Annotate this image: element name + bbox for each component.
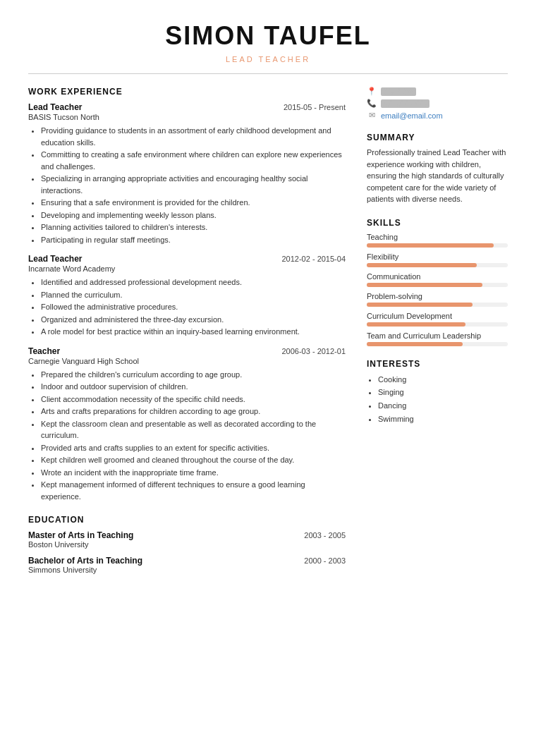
skill-bar-bg xyxy=(367,303,508,307)
job-title-3: Teacher xyxy=(28,346,60,356)
job-dates-2: 2012-02 - 2015-04 xyxy=(281,255,346,263)
edu-block-1: Master of Arts in Teaching 2003 - 2005 B… xyxy=(28,530,346,549)
job-title-1: Lead Teacher xyxy=(28,102,82,112)
candidate-title: LEAD TEACHER xyxy=(28,55,508,63)
skill-bar-fill xyxy=(367,322,465,327)
work-experience-title: WORK EXPERIENCE xyxy=(28,87,346,97)
contact-email: ✉ email@email.com xyxy=(367,111,508,120)
email-link[interactable]: email@email.com xyxy=(381,111,443,120)
email-icon: ✉ xyxy=(367,111,377,120)
bullet-item: Specializing in arranging appropriate ac… xyxy=(41,173,346,196)
bullet-item: Arts and crafts preparations for childre… xyxy=(41,406,346,417)
bullet-item: Organized and administered the three-day… xyxy=(41,314,346,326)
job-company-3: Carnegie Vanguard High School xyxy=(28,357,346,365)
bullet-item: Client accommodation necessity of the sp… xyxy=(41,394,346,406)
location-icon: 📍 xyxy=(367,87,377,96)
bullet-item: Kept the classroom clean and presentable… xyxy=(41,418,346,441)
interest-item: Dancing xyxy=(378,399,508,413)
bullet-item: Kept management informed of different te… xyxy=(41,479,346,502)
bullet-item: Indoor and outdoor supervision of childr… xyxy=(41,381,346,393)
job-dates-3: 2006-03 - 2012-01 xyxy=(281,347,346,355)
bullet-item: Provided arts and crafts supplies to an … xyxy=(41,442,346,454)
phone-icon: 📞 xyxy=(367,99,377,108)
job-bullets-3: Prepared the children's curriculum accor… xyxy=(28,369,346,503)
bullet-item: Developing and implementing weekly lesso… xyxy=(41,209,346,221)
skill-name: Communication xyxy=(367,272,508,281)
job-bullets-1: Providing guidance to students in an ass… xyxy=(28,125,346,245)
bullet-item: Participating in regular staff meetings. xyxy=(41,234,346,246)
bullet-item: Committing to creating a safe environmen… xyxy=(41,149,346,172)
job-header-1: Lead Teacher 2015-05 - Present xyxy=(28,102,346,112)
edu-dates-2: 2000 - 2003 xyxy=(304,556,346,565)
edu-degree-1: Master of Arts in Teaching xyxy=(28,530,133,540)
bullet-item: Identified and addressed professional de… xyxy=(41,276,346,288)
job-company-2: Incarnate Word Academy xyxy=(28,264,346,273)
bullet-item: Followed the administrative procedures. xyxy=(41,301,346,313)
skill-bar-fill xyxy=(367,263,477,267)
skill-bar-bg xyxy=(367,243,508,248)
skills-list: TeachingFlexibilityCommunicationProblem-… xyxy=(367,233,508,346)
resume-body: WORK EXPERIENCE Lead Teacher 2015-05 - P… xyxy=(28,87,508,581)
skills-title: SKILLS xyxy=(367,218,508,228)
education-title: EDUCATION xyxy=(28,515,346,525)
header-divider xyxy=(28,73,508,74)
bullet-item: Ensuring that a safe environment is prov… xyxy=(41,197,346,209)
job-block-2: Lead Teacher 2012-02 - 2015-04 Incarnate… xyxy=(28,254,346,338)
interest-item: Cooking xyxy=(378,373,508,386)
interest-item: Singing xyxy=(378,386,508,399)
right-column: 📍 City, State 📞 000-000-0000 ✉ email@ema… xyxy=(367,87,508,581)
skill-bar-bg xyxy=(367,263,508,267)
skill-name: Flexibility xyxy=(367,252,508,261)
skill-bar-fill xyxy=(367,342,463,346)
job-title-2: Lead Teacher xyxy=(28,254,82,264)
bullet-item: Prepared the children's curriculum accor… xyxy=(41,369,346,381)
skill-name: Team and Curriculum Leadership xyxy=(367,331,508,340)
edu-header-2: Bachelor of Arts in Teaching 2000 - 2003 xyxy=(28,556,346,566)
job-block-3: Teacher 2006-03 - 2012-01 Carnegie Vangu… xyxy=(28,346,346,503)
edu-school-1: Boston University xyxy=(28,540,346,549)
bullet-item: Planning activities tailored to children… xyxy=(41,221,346,233)
candidate-name: SIMON TAUFEL xyxy=(28,21,508,51)
edu-block-2: Bachelor of Arts in Teaching 2000 - 2003… xyxy=(28,556,346,574)
address-text: City, State xyxy=(381,87,416,96)
contact-address: 📍 City, State xyxy=(367,87,508,96)
job-header-3: Teacher 2006-03 - 2012-01 xyxy=(28,346,346,356)
resume-header: SIMON TAUFEL LEAD TEACHER xyxy=(28,21,508,63)
skill-bar-fill xyxy=(367,303,473,307)
edu-degree-2: Bachelor of Arts in Teaching xyxy=(28,556,142,566)
bullet-item: Kept children well groomed and cleaned t… xyxy=(41,454,346,466)
skill-name: Curriculum Development xyxy=(367,312,508,320)
interests-title: INTERESTS xyxy=(367,359,508,369)
summary-title: SUMMARY xyxy=(367,133,508,142)
skill-name: Teaching xyxy=(367,233,508,241)
skill-bar-bg xyxy=(367,283,508,287)
edu-header-1: Master of Arts in Teaching 2003 - 2005 xyxy=(28,530,346,540)
contact-section: 📍 City, State 📞 000-000-0000 ✉ email@ema… xyxy=(367,87,508,120)
job-block-1: Lead Teacher 2015-05 - Present BASIS Tuc… xyxy=(28,102,346,245)
edu-school-2: Simmons University xyxy=(28,566,346,574)
bullet-item: A role model for best practice within an… xyxy=(41,326,346,338)
bullet-item: Providing guidance to students in an ass… xyxy=(41,125,346,148)
skill-bar-bg xyxy=(367,342,508,346)
contact-phone: 📞 000-000-0000 xyxy=(367,99,508,108)
skill-bar-fill xyxy=(367,243,494,248)
skill-name: Problem-solving xyxy=(367,292,508,300)
skill-bar-fill xyxy=(367,283,482,287)
job-header-2: Lead Teacher 2012-02 - 2015-04 xyxy=(28,254,346,264)
skill-bar-bg xyxy=(367,322,508,327)
interests-list: CookingSingingDancingSwimming xyxy=(367,373,508,426)
bullet-item: Wrote an incident with the inappropriate… xyxy=(41,467,346,479)
interest-item: Swimming xyxy=(378,413,508,426)
phone-text: 000-000-0000 xyxy=(381,99,430,108)
summary-text: Professionally trained Lead Teacher with… xyxy=(367,147,508,205)
job-company-1: BASIS Tucson North xyxy=(28,113,346,121)
left-column: WORK EXPERIENCE Lead Teacher 2015-05 - P… xyxy=(28,87,346,581)
job-dates-1: 2015-05 - Present xyxy=(284,103,346,111)
bullet-item: Planned the curriculum. xyxy=(41,289,346,301)
edu-dates-1: 2003 - 2005 xyxy=(304,531,346,539)
resume-page: SIMON TAUFEL LEAD TEACHER WORK EXPERIENC… xyxy=(0,0,536,756)
job-bullets-2: Identified and addressed professional de… xyxy=(28,276,346,338)
